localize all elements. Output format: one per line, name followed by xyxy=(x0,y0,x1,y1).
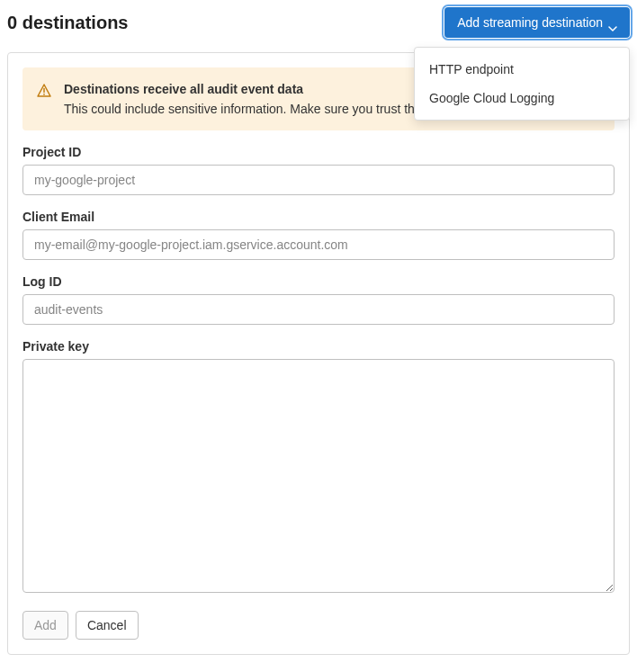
destination-form-card: Destinations receive all audit event dat… xyxy=(7,52,630,655)
chevron-down-icon xyxy=(608,20,617,25)
page-title: 0 destinations xyxy=(7,13,128,33)
private-key-textarea[interactable] xyxy=(22,359,615,593)
project-id-input[interactable] xyxy=(22,165,615,195)
dropdown-item-google-cloud-logging[interactable]: Google Cloud Logging xyxy=(415,84,629,112)
warning-icon xyxy=(37,84,51,98)
log-id-input[interactable] xyxy=(22,294,615,325)
project-id-label: Project ID xyxy=(22,145,615,159)
svg-point-1 xyxy=(43,94,45,95)
dropdown-item-http-endpoint[interactable]: HTTP endpoint xyxy=(415,55,629,84)
client-email-input[interactable] xyxy=(22,229,615,260)
log-id-label: Log ID xyxy=(22,274,615,289)
private-key-label: Private key xyxy=(22,339,615,354)
add-button[interactable]: Add xyxy=(22,611,68,640)
add-button-label: Add streaming destination xyxy=(457,15,603,30)
destination-type-dropdown: HTTP endpoint Google Cloud Logging xyxy=(414,47,630,121)
client-email-label: Client Email xyxy=(22,210,615,224)
cancel-button[interactable]: Cancel xyxy=(76,611,139,640)
add-streaming-destination-button[interactable]: Add streaming destination xyxy=(444,7,630,38)
